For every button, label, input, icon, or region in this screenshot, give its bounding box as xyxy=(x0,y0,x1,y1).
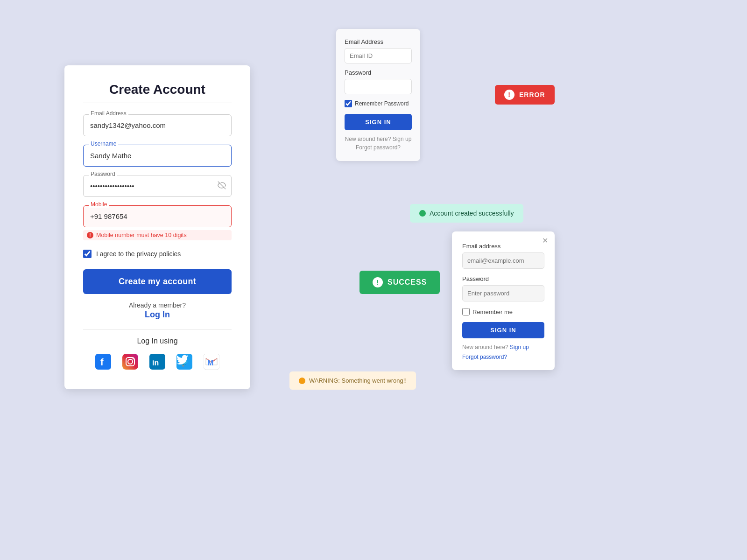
mobile-field-group: Mobile Mobile number must have 10 digits xyxy=(83,205,232,240)
login-link[interactable]: Log In xyxy=(83,310,232,320)
success-btn-label: SUCCESS xyxy=(388,278,427,287)
lc-remember-row: Remember Password xyxy=(345,100,412,107)
login-card-top: Email Address Password Remember Password… xyxy=(336,29,420,161)
social-divider xyxy=(83,329,232,329)
modal-remember-row: Remember me xyxy=(462,308,544,315)
svg-text:M: M xyxy=(207,359,213,367)
lc-password-label: Password xyxy=(345,69,412,76)
email-input[interactable] xyxy=(83,114,232,136)
username-input[interactable] xyxy=(83,145,232,167)
create-account-card: Create Account Email Address Username Pa… xyxy=(64,65,250,389)
already-member-text: Already a member? xyxy=(83,301,232,309)
mobile-error-text: Mobile number must have 10 digits xyxy=(96,232,187,238)
modal-new-here-text: New around here? xyxy=(462,344,508,350)
lc-password-input[interactable] xyxy=(345,79,412,94)
mobile-error-msg: Mobile number must have 10 digits xyxy=(83,230,232,240)
password-label: Password xyxy=(89,171,117,177)
gmail-icon[interactable]: M xyxy=(203,353,220,371)
mobile-label: Mobile xyxy=(89,201,109,208)
modal-email-label: Email address xyxy=(462,243,544,250)
email-field-group: Email Address xyxy=(83,114,232,136)
warning-toast-text: WARNING: Something went wrong!! xyxy=(309,377,407,384)
twitter-icon[interactable]: 🐦 xyxy=(176,353,193,371)
modal-forgot-link[interactable]: Forgot password? xyxy=(462,354,507,360)
lc-forgot-password-link[interactable]: Forgot password? xyxy=(345,144,412,151)
modal-remember-checkbox[interactable] xyxy=(462,308,470,315)
modal-email-input[interactable] xyxy=(462,252,544,269)
success-toast-text: Account created successfully xyxy=(430,210,514,217)
lc-sign-in-button[interactable]: SIGN IN xyxy=(345,114,412,130)
lc-email-label: Email Address xyxy=(345,38,412,45)
error-dot-icon xyxy=(87,232,93,238)
success-toast: Account created successfully xyxy=(410,204,523,223)
social-icons-row: f xyxy=(83,353,232,371)
privacy-checkbox-label: I agree to the privacy policies xyxy=(96,250,181,258)
svg-rect-3 xyxy=(122,354,138,370)
mobile-input[interactable] xyxy=(83,205,232,227)
lc-email-input[interactable] xyxy=(345,48,412,63)
modal-sign-in-button[interactable]: SIGN IN xyxy=(462,322,544,338)
svg-point-6 xyxy=(133,358,134,360)
lc-remember-label: Remember Password xyxy=(355,100,409,107)
username-field-group: Username xyxy=(83,145,232,167)
modal-remember-label: Remember me xyxy=(472,308,513,315)
modal-password-label: Password xyxy=(462,275,544,282)
password-field-group: Password xyxy=(83,175,232,197)
error-badge: ERROR xyxy=(495,85,555,105)
linkedin-icon[interactable]: in xyxy=(148,353,166,371)
warning-toast: WARNING: Something went wrong!! xyxy=(289,371,416,390)
svg-text:f: f xyxy=(100,357,104,367)
modal-sign-up-link[interactable]: Sign up xyxy=(510,344,529,350)
success-btn-toast: SUCCESS xyxy=(359,271,440,294)
login-modal: ✕ Email address Password Remember me SIG… xyxy=(452,231,555,370)
lc-new-here-link[interactable]: New around here? Sign up xyxy=(345,136,412,142)
modal-new-here-row: New around here? Sign up xyxy=(462,344,544,350)
create-account-button[interactable]: Create my account xyxy=(83,269,232,294)
privacy-checkbox[interactable] xyxy=(83,250,92,258)
error-badge-icon xyxy=(504,90,514,100)
modal-close-icon[interactable]: ✕ xyxy=(542,237,548,245)
password-wrapper xyxy=(83,175,232,197)
svg-text:in: in xyxy=(152,359,159,367)
warning-dot-icon xyxy=(299,378,305,384)
success-btn-icon xyxy=(373,277,383,287)
lc-remember-checkbox[interactable] xyxy=(345,100,352,107)
title-divider xyxy=(83,103,232,103)
error-badge-label: ERROR xyxy=(519,91,545,98)
username-label: Username xyxy=(89,140,118,147)
modal-password-input[interactable] xyxy=(462,285,544,301)
facebook-icon[interactable]: f xyxy=(94,353,112,371)
toggle-password-icon[interactable] xyxy=(218,181,226,191)
log-in-using-label: Log In using xyxy=(83,337,232,345)
privacy-checkbox-row: I agree to the privacy policies xyxy=(83,250,232,258)
instagram-icon[interactable] xyxy=(121,353,139,371)
card-title: Create Account xyxy=(83,82,232,97)
email-label: Email Address xyxy=(89,110,128,117)
password-input[interactable] xyxy=(83,175,232,197)
success-dot-icon xyxy=(419,210,426,217)
